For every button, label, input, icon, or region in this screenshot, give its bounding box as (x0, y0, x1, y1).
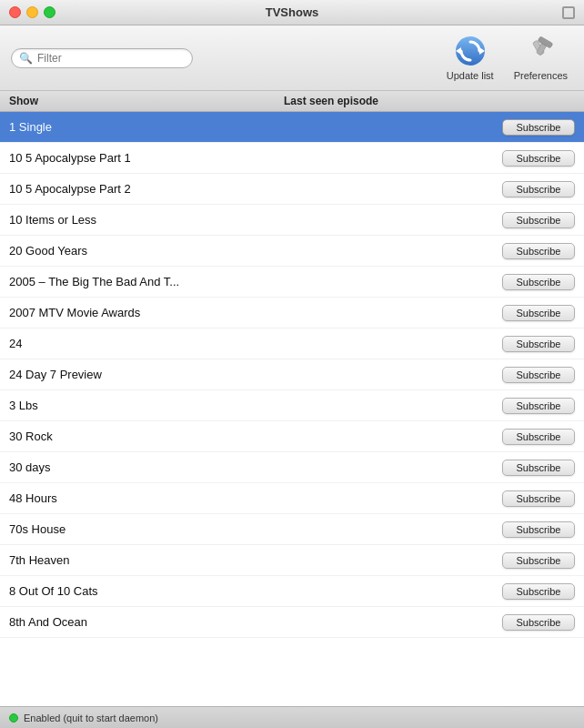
subscribe-button[interactable]: Subscribe (502, 336, 575, 352)
subscribe-button[interactable]: Subscribe (502, 398, 575, 414)
table-row[interactable]: 8 Out Of 10 CatsSubscribe (0, 576, 584, 607)
window-controls[interactable]: × − + (9, 6, 55, 18)
show-name: 20 Good Years (9, 244, 338, 258)
show-list[interactable]: 1 SingleSubscribe10 5 Apocalypse Part 1S… (0, 112, 584, 706)
title-bar: × − + TVShows (0, 0, 584, 25)
show-name: 48 Hours (9, 491, 338, 505)
subscribe-button[interactable]: Subscribe (502, 490, 575, 507)
table-row[interactable]: 8th And OceanSubscribe (0, 607, 584, 638)
subscribe-button[interactable]: Subscribe (502, 181, 575, 197)
subscribe-button[interactable]: Subscribe (502, 274, 575, 290)
filter-box[interactable]: 🔍 (11, 48, 193, 68)
filter-input[interactable] (37, 52, 185, 65)
status-bar: Enabled (quit to start daemon) (0, 706, 584, 728)
minimize-button[interactable]: − (26, 6, 38, 18)
status-dot (9, 713, 18, 723)
show-name: 2005 – The Big The Bad And T... (9, 275, 338, 288)
preferences-button[interactable]: Preferences (508, 33, 573, 83)
show-name: 24 Day 7 Preview (9, 368, 338, 381)
table-row[interactable]: 20 Good YearsSubscribe (0, 236, 584, 267)
subscribe-button[interactable]: Subscribe (502, 552, 575, 569)
subscribe-button[interactable]: Subscribe (502, 614, 575, 631)
show-name: 8 Out Of 10 Cats (9, 584, 338, 598)
subscribe-button[interactable]: Subscribe (502, 521, 575, 538)
table-row[interactable]: 24 Day 7 PreviewSubscribe (0, 359, 584, 390)
maximize-button[interactable]: + (44, 6, 55, 18)
table-row[interactable]: 7th HeavenSubscribe (0, 545, 584, 576)
subscribe-button[interactable]: Subscribe (502, 429, 575, 445)
table-row[interactable]: 10 Items or LessSubscribe (0, 205, 584, 236)
table-row[interactable]: 2005 – The Big The Bad And T...Subscribe (0, 267, 584, 298)
search-icon: 🔍 (19, 52, 33, 65)
col-last-seen-header: Last seen episode (284, 95, 484, 107)
status-text: Enabled (quit to start daemon) (24, 713, 158, 723)
table-row[interactable]: 30 daysSubscribe (0, 452, 584, 483)
window-title: TVShows (266, 5, 319, 19)
show-name: 70s House (9, 522, 338, 536)
table-row[interactable]: 48 HoursSubscribe (0, 483, 584, 514)
show-name: 30 days (9, 460, 338, 474)
col-action-header (484, 95, 575, 107)
table-row[interactable]: 2007 MTV Movie AwardsSubscribe (0, 298, 584, 329)
show-name: 10 5 Apocalypse Part 2 (9, 182, 338, 196)
subscribe-button[interactable]: Subscribe (502, 243, 575, 259)
toolbar: 🔍 Update list (0, 25, 584, 91)
show-name: 8th And Ocean (9, 615, 338, 629)
table-row[interactable]: 30 RockSubscribe (0, 421, 584, 452)
table-row[interactable]: 10 5 Apocalypse Part 2Subscribe (0, 174, 584, 205)
subscribe-button[interactable]: Subscribe (502, 212, 575, 228)
show-name: 10 5 Apocalypse Part 1 (9, 151, 338, 165)
preferences-icon (524, 35, 557, 67)
show-name: 7th Heaven (9, 553, 338, 567)
subscribe-button[interactable]: Subscribe (502, 367, 575, 383)
show-name: 3 Lbs (9, 399, 338, 412)
table-row[interactable]: 3 LbsSubscribe (0, 390, 584, 421)
subscribe-button[interactable]: Subscribe (502, 150, 575, 167)
preferences-label: Preferences (514, 70, 568, 81)
show-name: 2007 MTV Movie Awards (9, 306, 338, 319)
update-list-button[interactable]: Update list (441, 33, 499, 83)
subscribe-button[interactable]: Subscribe (502, 460, 575, 476)
table-row[interactable]: 10 5 Apocalypse Part 1Subscribe (0, 143, 584, 174)
subscribe-button[interactable]: Subscribe (502, 305, 575, 321)
table-row[interactable]: 24Subscribe (0, 329, 584, 359)
show-name: 24 (9, 337, 338, 350)
update-list-label: Update list (447, 70, 494, 81)
column-headers: Show Last seen episode (0, 91, 584, 112)
show-name: 1 Single (9, 120, 338, 134)
table-row[interactable]: 1 SingleSubscribe (0, 112, 584, 143)
update-icon (454, 35, 487, 67)
resize-icon (562, 6, 575, 19)
show-name: 10 Items or Less (9, 213, 338, 227)
col-show-header: Show (9, 95, 284, 107)
close-button[interactable]: × (9, 6, 21, 18)
show-name: 30 Rock (9, 430, 338, 443)
subscribe-button[interactable]: Subscribe (502, 583, 575, 600)
table-row[interactable]: 70s HouseSubscribe (0, 514, 584, 545)
subscribe-button[interactable]: Subscribe (502, 119, 575, 136)
